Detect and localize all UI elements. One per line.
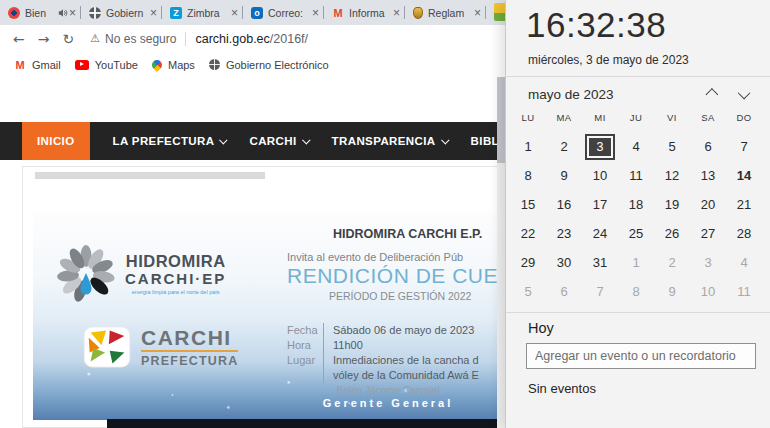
calendar-day-31[interactable]: 31 [582, 248, 618, 277]
tab-close-icon[interactable]: × [231, 7, 238, 19]
reload-icon[interactable]: ↻ [62, 32, 74, 46]
url-path[interactable]: /2016f/ [270, 32, 308, 46]
tab-correo[interactable]: oCorreo:× [243, 0, 324, 25]
flyer-text-block: HIDROMIRA CARCHI E.P. Invita al evento d… [287, 227, 498, 302]
calendar-day-16[interactable]: 16 [546, 190, 582, 219]
nav-item-carchi[interactable]: CARCHI [238, 122, 320, 160]
calendar-day-10-next[interactable]: 10 [690, 277, 726, 306]
calendar-month-label[interactable]: mayo de 2023 [528, 87, 706, 102]
calendar-day-26[interactable]: 26 [654, 219, 690, 248]
calendar-day-20[interactable]: 20 [690, 190, 726, 219]
calendar-month-row: mayo de 2023 [528, 85, 758, 103]
calendar-day-23[interactable]: 23 [546, 219, 582, 248]
calendar-day-1-next[interactable]: 1 [618, 248, 654, 277]
calendar-day-3[interactable]: 3 [582, 132, 618, 161]
calendar-day-21[interactable]: 21 [726, 190, 762, 219]
nav-item-la-prefectura[interactable]: LA PREFECTURA [102, 122, 239, 160]
calendar-day-11[interactable]: 11 [618, 161, 654, 190]
calendar-day-7-next[interactable]: 7 [582, 277, 618, 306]
security-label[interactable]: No es seguro [105, 32, 176, 46]
tab-close-icon[interactable]: × [312, 7, 319, 19]
calendar-day-9-next[interactable]: 9 [654, 277, 690, 306]
signature-block: Belén Jácome Carvajal Gerente General [283, 385, 493, 409]
calendar-day-8[interactable]: 8 [510, 161, 546, 190]
tab-close-icon[interactable]: × [474, 7, 481, 19]
calendar-day-22[interactable]: 22 [510, 219, 546, 248]
gmail-icon: M [332, 7, 344, 19]
today-heading: Hoy [528, 320, 554, 336]
address-bar[interactable]: ⚠ No es seguro carchi.gob.ec/2016f/ [90, 32, 308, 46]
tab-close-icon[interactable]: × [393, 7, 400, 19]
screen: Bien×Gobiern×ZZimbra×oCorreo:×MInforma×R… [0, 0, 770, 428]
bookmark-gobierno-electr-nico[interactable]: Gobierno Electrónico [209, 59, 329, 71]
calendar-day-8-next[interactable]: 8 [618, 277, 654, 306]
calendar-day-19[interactable]: 19 [654, 190, 690, 219]
calendar-day-4[interactable]: 4 [618, 132, 654, 161]
calendar-day-17[interactable]: 17 [582, 190, 618, 219]
calendar-day-10[interactable]: 10 [582, 161, 618, 190]
address-separator [185, 32, 186, 46]
calendar-day-4-next[interactable]: 4 [726, 248, 762, 277]
calendar-day-9[interactable]: 9 [546, 161, 582, 190]
nav-item-transparencia[interactable]: TRANSPARENCIA [321, 122, 460, 160]
calendar-day-11-next[interactable]: 11 [726, 277, 762, 306]
calendar-day-12[interactable]: 12 [654, 161, 690, 190]
add-event-input[interactable] [526, 343, 756, 369]
bookmark-youtube[interactable]: YouTube [75, 59, 138, 71]
globe-icon [209, 59, 220, 70]
globe-icon [89, 7, 101, 19]
tab-zimbra[interactable]: ZZimbra× [162, 0, 243, 25]
nav-item-inicio[interactable]: INICIO [22, 122, 90, 160]
nav-item-label: TRANSPARENCIA [332, 135, 436, 147]
back-icon[interactable]: ← [13, 32, 25, 46]
calendar-day-14[interactable]: 14 [726, 161, 762, 190]
calendar-day-6[interactable]: 6 [690, 132, 726, 161]
calendar-weekday-header: LUMAMIJUVISADO [510, 112, 762, 123]
calendar-day-7[interactable]: 7 [726, 132, 762, 161]
detail-labels: FechaHoraLugar [287, 323, 323, 383]
calendar-day-29[interactable]: 29 [510, 248, 546, 277]
tab-title: Gobiern [106, 7, 147, 19]
calendar-day-30[interactable]: 30 [546, 248, 582, 277]
web-page: INICIOLA PREFECTURACARCHITRANSPARENCIABI… [0, 77, 505, 428]
tab-gobiern[interactable]: Gobiern× [81, 0, 162, 25]
calendar-day-28[interactable]: 28 [726, 219, 762, 248]
calendar-day-6-next[interactable]: 6 [546, 277, 582, 306]
month-prev-icon[interactable] [706, 88, 719, 101]
prefectura-logo: CARCHI PREFECTURA [83, 326, 238, 368]
windows-clock-flyout: 16:32:38 miércoles, 3 de mayo de 2023 ma… [505, 0, 770, 428]
calendar-day-24[interactable]: 24 [582, 219, 618, 248]
selected-day-box: 3 [585, 134, 615, 160]
hidromira-logo: HIDROMIRA CARCHI·EP energía limpia para … [55, 243, 226, 305]
tab-close-icon[interactable]: × [69, 7, 76, 19]
tab-bien[interactable]: Bien× [0, 0, 81, 25]
calendar-day-13[interactable]: 13 [690, 161, 726, 190]
page-scrollbar[interactable] [497, 77, 505, 428]
scrollbar-thumb[interactable] [497, 77, 505, 163]
month-next-icon[interactable] [738, 86, 751, 99]
site-orange-icon [8, 7, 20, 19]
weekday-vi: VI [654, 112, 690, 123]
tab-partial[interactable] [494, 3, 505, 21]
calendar-day-5[interactable]: 5 [654, 132, 690, 161]
tab-reglam[interactable]: Reglam× [405, 0, 486, 25]
calendar-day-27[interactable]: 27 [690, 219, 726, 248]
calendar-day-1[interactable]: 1 [510, 132, 546, 161]
calendar-day-2[interactable]: 2 [546, 132, 582, 161]
chevron-down-icon [219, 136, 227, 144]
tab-close-icon[interactable]: × [150, 7, 157, 19]
audio-icon[interactable] [58, 8, 68, 18]
url-host[interactable]: carchi.gob.ec [195, 32, 269, 46]
calendar-day-25[interactable]: 25 [618, 219, 654, 248]
bookmark-maps[interactable]: Maps [152, 59, 195, 71]
forward-icon[interactable]: → [38, 32, 50, 46]
calendar-day-5-next[interactable]: 5 [510, 277, 546, 306]
tab-informa[interactable]: MInforma× [324, 0, 405, 25]
bookmark-gmail[interactable]: MGmail [14, 59, 61, 71]
calendar-day-15[interactable]: 15 [510, 190, 546, 219]
event-flyer-image: HIDROMIRA CARCHI·EP energía limpia para … [33, 211, 498, 420]
tab-title: Informa [349, 7, 390, 19]
calendar-day-2-next[interactable]: 2 [654, 248, 690, 277]
calendar-day-3-next[interactable]: 3 [690, 248, 726, 277]
calendar-day-18[interactable]: 18 [618, 190, 654, 219]
